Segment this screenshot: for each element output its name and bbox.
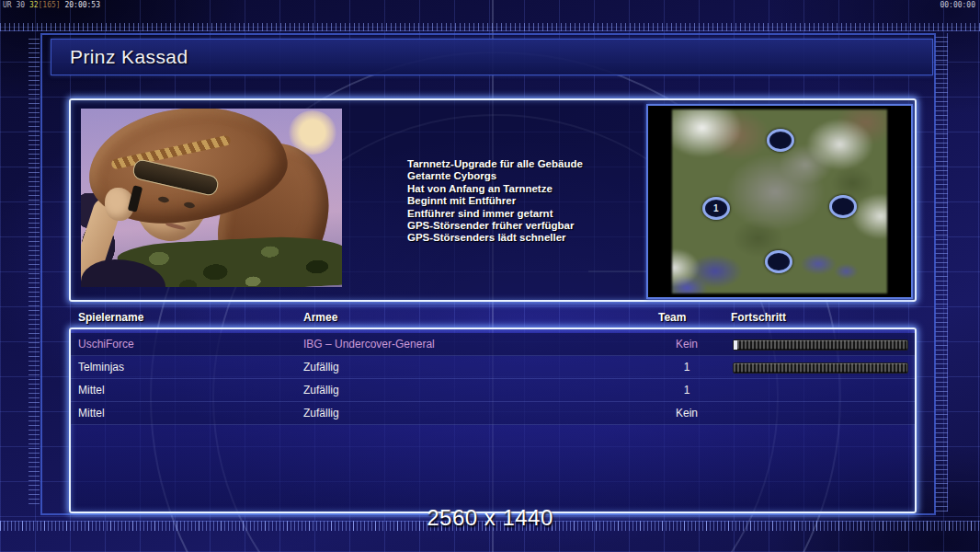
player-name: UschiForce (78, 333, 134, 355)
player-table-rows: UschiForce IBG – Undercover-General Kein… (71, 333, 915, 425)
table-row: Telminjas Zufällig 1 (71, 356, 915, 379)
map-markers: 1 (672, 109, 887, 293)
resolution-label: 2560 x 1440 (0, 505, 980, 531)
ability-line: Tarnnetz-Upgrade für alle Gebäude (407, 158, 655, 170)
title-bar: Prinz Kassad (51, 39, 933, 75)
player-army: Zufällig (303, 379, 339, 401)
debug-time: 20:00:53 (64, 1, 100, 9)
spawn-marker (765, 250, 792, 273)
column-header-army: Armee (303, 311, 337, 324)
column-header-progress: Fortschritt (731, 311, 786, 324)
player-team: Kein (641, 402, 733, 424)
ability-line: Entführer sind immer getarnt (407, 208, 655, 220)
ability-line: Hat von Anfang an Tarnnetze (407, 183, 655, 195)
debug-part2: 32 (29, 1, 39, 9)
player-army: IBG – Undercover-General (303, 333, 435, 355)
debug-part1: UR 30 (3, 1, 29, 9)
ability-line: Getarnte Cyborgs (407, 170, 655, 182)
player-army: Zufällig (303, 356, 339, 378)
debug-counter: UR 30 32[165] 20:00:53 (3, 1, 100, 9)
general-info-panel: Tarnnetz-Upgrade für alle GebäudeGetarnt… (69, 98, 917, 302)
page-title: Prinz Kassad (70, 40, 932, 74)
ability-line: Beginnt mit Entführer (407, 195, 655, 207)
ability-line: GPS-Störsender früher verfügbar (407, 220, 655, 232)
player-name: Mittel (78, 402, 105, 424)
player-team: Kein (641, 333, 733, 355)
table-row: UschiForce IBG – Undercover-General Kein (71, 333, 915, 356)
player-progress-bar (733, 362, 908, 374)
ruler-top (0, 23, 980, 31)
spawn-marker: 1 (702, 197, 730, 220)
spawn-marker (767, 129, 794, 152)
column-header-name: Spielername (78, 311, 143, 324)
column-header-team: Team (658, 311, 686, 324)
ruler-left (28, 37, 40, 504)
spawn-label: 1 (713, 204, 719, 213)
table-row: Mittel Zufällig Kein (71, 402, 915, 425)
player-team: 1 (641, 356, 733, 378)
player-name: Mittel (78, 379, 105, 401)
player-progress-bar (733, 339, 908, 351)
spawn-marker (829, 195, 857, 218)
loading-screen: UR 30 32[165] 20:00:53 00:00:00 Prinz Ka… (0, 0, 980, 552)
progress-bar-cap (734, 340, 737, 350)
player-name: Telminjas (78, 356, 124, 378)
general-portrait (81, 109, 342, 287)
ability-line: GPS-Störsenders lädt schneller (407, 232, 655, 244)
table-row: Mittel Zufällig 1 (71, 379, 915, 402)
map-preview: 1 (646, 104, 913, 299)
player-team: 1 (641, 379, 733, 401)
game-clock: 00:00:00 (940, 1, 975, 9)
ruler-right (935, 33, 948, 512)
debug-part3: [165] (39, 1, 65, 9)
player-army: Zufällig (303, 402, 339, 424)
abilities-list: Tarnnetz-Upgrade für alle GebäudeGetarnt… (407, 158, 655, 245)
player-table-panel: UschiForce IBG – Undercover-General Kein… (69, 328, 917, 513)
